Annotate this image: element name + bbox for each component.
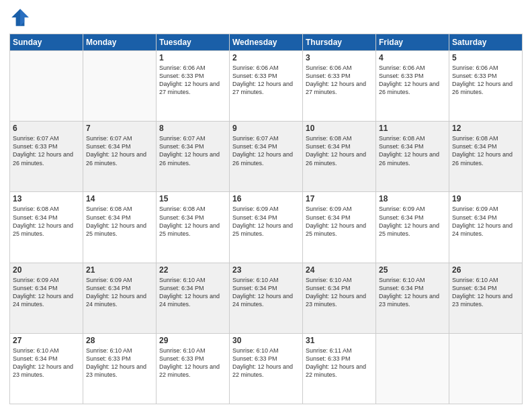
day-info: Sunrise: 6:09 AM Sunset: 6:34 PM Dayligh…: [452, 205, 519, 238]
calendar-cell: 12Sunrise: 6:08 AM Sunset: 6:34 PM Dayli…: [449, 122, 523, 192]
day-info: Sunrise: 6:08 AM Sunset: 6:34 PM Dayligh…: [306, 134, 373, 167]
day-number: 15: [159, 194, 226, 203]
calendar-cell: 23Sunrise: 6:10 AM Sunset: 6:34 PM Dayli…: [230, 263, 303, 333]
calendar-cell: 18Sunrise: 6:09 AM Sunset: 6:34 PM Dayli…: [376, 192, 449, 263]
day-info: Sunrise: 6:09 AM Sunset: 6:34 PM Dayligh…: [13, 276, 80, 309]
calendar-cell: 24Sunrise: 6:10 AM Sunset: 6:34 PM Dayli…: [303, 263, 376, 333]
calendar-cell: 17Sunrise: 6:09 AM Sunset: 6:34 PM Dayli…: [303, 192, 376, 263]
day-info: Sunrise: 6:10 AM Sunset: 6:34 PM Dayligh…: [452, 276, 519, 309]
weekday-header-monday: Monday: [83, 34, 157, 51]
day-number: 25: [379, 265, 446, 275]
calendar-cell: 15Sunrise: 6:08 AM Sunset: 6:34 PM Dayli…: [157, 192, 230, 263]
calendar-week-row-4: 20Sunrise: 6:09 AM Sunset: 6:34 PM Dayli…: [10, 263, 523, 333]
day-info: Sunrise: 6:06 AM Sunset: 6:33 PM Dayligh…: [452, 64, 519, 97]
calendar-cell: 25Sunrise: 6:10 AM Sunset: 6:34 PM Dayli…: [376, 263, 449, 333]
calendar-cell: 19Sunrise: 6:09 AM Sunset: 6:34 PM Dayli…: [449, 192, 523, 263]
day-number: 4: [379, 53, 446, 62]
day-info: Sunrise: 6:06 AM Sunset: 6:33 PM Dayligh…: [159, 64, 226, 97]
day-number: 8: [159, 124, 226, 133]
calendar-week-row-3: 13Sunrise: 6:08 AM Sunset: 6:34 PM Dayli…: [10, 192, 523, 263]
calendar-week-row-5: 27Sunrise: 6:10 AM Sunset: 6:34 PM Dayli…: [10, 333, 523, 404]
calendar-cell: 6Sunrise: 6:07 AM Sunset: 6:33 PM Daylig…: [10, 122, 83, 192]
calendar-cell: 7Sunrise: 6:07 AM Sunset: 6:34 PM Daylig…: [83, 122, 157, 192]
day-info: Sunrise: 6:10 AM Sunset: 6:34 PM Dayligh…: [379, 276, 446, 309]
calendar-cell: [10, 51, 83, 122]
day-number: 26: [452, 265, 519, 275]
calendar-cell: 10Sunrise: 6:08 AM Sunset: 6:34 PM Dayli…: [303, 122, 376, 192]
day-number: 19: [452, 194, 519, 203]
calendar-cell: 5Sunrise: 6:06 AM Sunset: 6:33 PM Daylig…: [449, 51, 523, 122]
calendar-cell: 28Sunrise: 6:10 AM Sunset: 6:33 PM Dayli…: [83, 333, 157, 404]
day-info: Sunrise: 6:09 AM Sunset: 6:34 PM Dayligh…: [306, 205, 373, 238]
day-number: 23: [232, 265, 300, 275]
calendar-cell: 8Sunrise: 6:07 AM Sunset: 6:34 PM Daylig…: [157, 122, 230, 192]
day-number: 16: [232, 194, 300, 203]
day-info: Sunrise: 6:07 AM Sunset: 6:34 PM Dayligh…: [86, 134, 153, 167]
day-number: 17: [306, 194, 373, 203]
day-number: 29: [159, 336, 226, 345]
logo: [9, 7, 34, 28]
calendar-cell: 9Sunrise: 6:07 AM Sunset: 6:34 PM Daylig…: [230, 122, 303, 192]
day-number: 21: [86, 265, 153, 275]
calendar-cell: 29Sunrise: 6:10 AM Sunset: 6:33 PM Dayli…: [157, 333, 230, 404]
calendar-cell: 31Sunrise: 6:11 AM Sunset: 6:33 PM Dayli…: [303, 333, 376, 404]
calendar-cell: [376, 333, 449, 404]
day-number: 18: [379, 194, 446, 203]
day-info: Sunrise: 6:10 AM Sunset: 6:34 PM Dayligh…: [13, 347, 80, 379]
weekday-header-thursday: Thursday: [303, 34, 376, 51]
day-number: 3: [306, 53, 373, 62]
day-number: 14: [86, 194, 153, 203]
calendar-cell: [449, 333, 523, 404]
calendar-week-row-2: 6Sunrise: 6:07 AM Sunset: 6:33 PM Daylig…: [10, 122, 523, 192]
day-number: 2: [232, 53, 300, 62]
day-info: Sunrise: 6:06 AM Sunset: 6:33 PM Dayligh…: [232, 64, 300, 97]
header: [9, 7, 523, 28]
day-number: 5: [452, 53, 519, 62]
day-info: Sunrise: 6:10 AM Sunset: 6:34 PM Dayligh…: [232, 276, 300, 309]
svg-marker-1: [20, 9, 29, 26]
day-number: 6: [13, 124, 80, 133]
weekday-header-saturday: Saturday: [449, 34, 523, 51]
day-number: 10: [306, 124, 373, 133]
day-number: 28: [86, 336, 153, 345]
calendar-cell: 30Sunrise: 6:10 AM Sunset: 6:33 PM Dayli…: [230, 333, 303, 404]
day-info: Sunrise: 6:07 AM Sunset: 6:33 PM Dayligh…: [13, 134, 80, 167]
day-info: Sunrise: 6:08 AM Sunset: 6:34 PM Dayligh…: [452, 134, 519, 167]
calendar-cell: 11Sunrise: 6:08 AM Sunset: 6:34 PM Dayli…: [376, 122, 449, 192]
day-info: Sunrise: 6:08 AM Sunset: 6:34 PM Dayligh…: [159, 205, 226, 238]
calendar-table: SundayMondayTuesdayWednesdayThursdayFrid…: [9, 34, 523, 404]
calendar-cell: 20Sunrise: 6:09 AM Sunset: 6:34 PM Dayli…: [10, 263, 83, 333]
calendar-cell: 2Sunrise: 6:06 AM Sunset: 6:33 PM Daylig…: [230, 51, 303, 122]
day-info: Sunrise: 6:08 AM Sunset: 6:34 PM Dayligh…: [13, 205, 80, 238]
day-number: 13: [13, 194, 80, 203]
calendar-cell: 21Sunrise: 6:09 AM Sunset: 6:34 PM Dayli…: [83, 263, 157, 333]
calendar-cell: 16Sunrise: 6:09 AM Sunset: 6:34 PM Dayli…: [230, 192, 303, 263]
calendar-cell: 1Sunrise: 6:06 AM Sunset: 6:33 PM Daylig…: [157, 51, 230, 122]
day-number: 11: [379, 124, 446, 133]
day-info: Sunrise: 6:10 AM Sunset: 6:33 PM Dayligh…: [159, 347, 226, 379]
calendar-cell: 13Sunrise: 6:08 AM Sunset: 6:34 PM Dayli…: [10, 192, 83, 263]
day-info: Sunrise: 6:09 AM Sunset: 6:34 PM Dayligh…: [379, 205, 446, 238]
day-info: Sunrise: 6:10 AM Sunset: 6:33 PM Dayligh…: [232, 347, 300, 379]
day-info: Sunrise: 6:11 AM Sunset: 6:33 PM Dayligh…: [306, 347, 373, 379]
day-info: Sunrise: 6:06 AM Sunset: 6:33 PM Dayligh…: [306, 64, 373, 97]
weekday-header-friday: Friday: [376, 34, 449, 51]
day-number: 20: [13, 265, 80, 275]
weekday-header-wednesday: Wednesday: [230, 34, 303, 51]
weekday-header-row: SundayMondayTuesdayWednesdayThursdayFrid…: [10, 34, 523, 51]
page: SundayMondayTuesdayWednesdayThursdayFrid…: [0, 0, 532, 411]
day-number: 9: [232, 124, 300, 133]
day-info: Sunrise: 6:06 AM Sunset: 6:33 PM Dayligh…: [379, 64, 446, 97]
calendar-cell: 14Sunrise: 6:08 AM Sunset: 6:34 PM Dayli…: [83, 192, 157, 263]
calendar-cell: 4Sunrise: 6:06 AM Sunset: 6:33 PM Daylig…: [376, 51, 449, 122]
calendar-cell: 27Sunrise: 6:10 AM Sunset: 6:34 PM Dayli…: [10, 333, 83, 404]
day-info: Sunrise: 6:09 AM Sunset: 6:34 PM Dayligh…: [232, 205, 300, 238]
day-info: Sunrise: 6:10 AM Sunset: 6:34 PM Dayligh…: [306, 276, 373, 309]
day-info: Sunrise: 6:07 AM Sunset: 6:34 PM Dayligh…: [232, 134, 300, 167]
day-info: Sunrise: 6:08 AM Sunset: 6:34 PM Dayligh…: [86, 205, 153, 238]
day-info: Sunrise: 6:10 AM Sunset: 6:34 PM Dayligh…: [159, 276, 226, 309]
day-number: 31: [306, 336, 373, 345]
day-number: 24: [306, 265, 373, 275]
calendar-cell: [83, 51, 157, 122]
calendar-cell: 22Sunrise: 6:10 AM Sunset: 6:34 PM Dayli…: [157, 263, 230, 333]
